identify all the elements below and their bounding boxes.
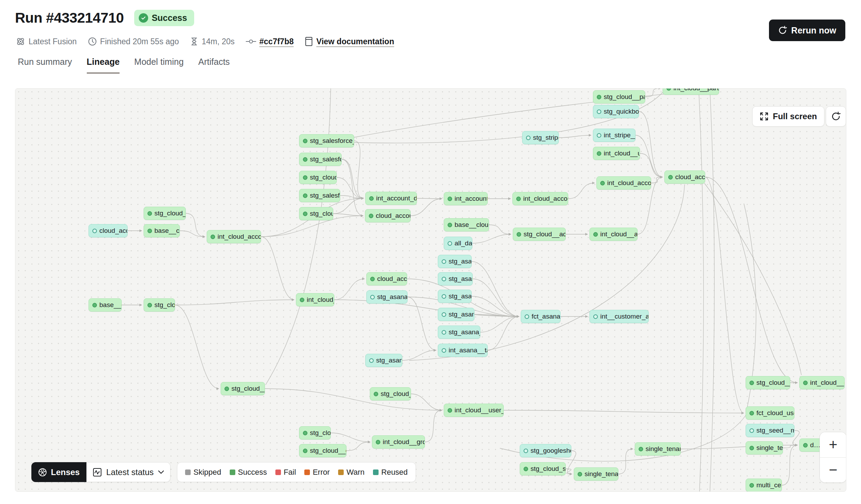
lineage-node-int_asana_task[interactable]: int_asana__task_s… [438,344,488,357]
lineage-node-int_devel[interactable]: int_cloud__devel… [799,376,845,389]
lineage-canvas[interactable]: stg_salesforce__cloud_…stg_salesforce_…s… [15,88,846,492]
lineage-node-int_cl_accoun[interactable]: int_cloud__accoun… [589,228,638,241]
lineage-node-cloud5[interactable]: stg_cloud__… [299,207,333,220]
lineage-node-label: stg_asana__pr… [449,328,480,336]
lineage-node-single_tenant[interactable]: single_tenant_… [746,441,783,455]
rerun-now-button[interactable]: Rerun now [769,20,845,41]
success-status-dot-icon [224,387,229,391]
tab-model-timing[interactable]: Model timing [134,57,184,74]
tab-lineage[interactable]: Lineage [87,57,120,74]
legend-success-label: Success [238,468,267,477]
lineage-node-stg_seed[interactable]: stg_seed__multireg… [746,424,794,437]
lineage-node-label: stg_googlesheets__sin… [531,447,571,455]
lineage-node-label: int_cloud__user_ac… [604,150,640,157]
zoom-in-button[interactable]: + [820,432,846,457]
view-documentation-link[interactable]: View documentation [316,37,394,46]
reused-status-dot-icon [442,330,446,335]
lineage-node-int_cl_acct_ma2[interactable]: int_cloud_account_ma… [596,176,651,190]
lineage-node-label: fct_asana_proj… [532,313,561,320]
lineage-node-label: stg_quickbooks__a… [604,108,639,115]
lineage-node-label: stg_asana__… [449,311,474,318]
zoom-control: + − [820,432,846,483]
tab-run-summary[interactable]: Run summary [18,57,72,74]
lineage-node-base_cloud_acco[interactable]: base__cloud_acco… [444,218,489,231]
lineage-node-stg_cl_accounts[interactable]: stg_cloud__accounts… [513,228,566,241]
lineage-node-label: cloud_account… [377,275,407,283]
lineage-node-all_days[interactable]: all_days [444,237,472,250]
tab-artifacts[interactable]: Artifacts [198,57,230,74]
lineage-node-int_cl_acct_m[interactable]: int_cloud_account__m… [207,230,261,243]
lineage-node-stg_cloud_b[interactable]: stg_cloud_… [299,426,331,440]
lineage-node-stg_gsheets[interactable]: stg_googlesheets__sin… [520,444,571,457]
success-status-dot-icon [666,88,671,91]
latest-status-dropdown[interactable]: Latest status [86,462,170,482]
lineage-node-int_customer[interactable]: int__customer_account… [589,310,649,323]
lineage-node-int_acct_dom[interactable]: int_account_dom… [444,192,488,205]
lineage-node-stg_s3[interactable]: stg_cloud_s3_singl… [520,462,566,475]
lenses-button[interactable]: Lenses [31,462,86,482]
lineage-node-label: all_days [455,239,472,247]
lineage-node-base_cloud[interactable]: base__cloud_… [144,224,180,237]
lineage-node-asana1[interactable]: stg_asana… [438,255,472,268]
success-status-dot-icon [749,446,754,450]
lineage-node-stg_cloud_l[interactable]: stg_cloud_… [144,298,175,312]
lineage-node-stg_devel[interactable]: stg_cloud__devel… [746,376,790,389]
lineage-node-label: stg_seed__multireg… [756,427,794,434]
lineage-node-int_partner[interactable]: int_cloud__partner_con… [663,88,719,95]
lineage-node-cloud_acct_l[interactable]: cloud_account… [89,224,128,237]
lineage-node-asana2[interactable]: stg_asana_… [438,272,473,285]
lineage-node-base_clou[interactable]: base__clou… [89,298,122,312]
lineage-node-label: int_cloud__group_per… [383,438,425,446]
reused-status-dot-icon [442,348,446,353]
lineage-node-stg_asana_tas[interactable]: stg_asana__tas… [366,290,407,304]
check-circle-icon [139,13,148,23]
lineage-node-int_group_per[interactable]: int_cloud__group_per… [372,435,425,449]
commit-icon [246,38,256,45]
lineage-node-st_map[interactable]: single_tenant_map… [574,467,618,481]
canvas-refresh-button[interactable] [826,106,846,127]
lineage-node-cloud_accounts[interactable]: cloud_accounts_… [365,209,411,222]
lineage-node-int_cl_acct_ma1[interactable]: int_cloud_account_ma… [512,192,568,205]
lineage-node-stg_stripe[interactable]: stg_stripe__c… [522,131,559,144]
lineage-node-cloud_acct_r[interactable]: cloud_account… [664,170,705,184]
lineage-node-sf2[interactable]: stg_salesforce_… [299,153,342,166]
lineage-node-asana4[interactable]: stg_asana__… [438,308,474,321]
reused-status-dot-icon [448,241,452,246]
commit-link[interactable]: #cc7f7b8 [259,37,294,46]
lineage-node-cloud_account2[interactable]: cloud_account… [366,272,407,285]
lineage-node-int_user_ac[interactable]: int_cloud__user_ac… [593,147,640,160]
lineage-node-int_stripe[interactable]: int_stripe__custo… [593,129,635,142]
success-status-dot-icon [524,467,528,471]
skipped-swatch [185,469,191,475]
lineage-node-fct_user_acc[interactable]: fct_cloud_user_acc… [746,406,794,420]
lineage-node-int_user_group[interactable]: int_cloud__user_group… [444,404,504,417]
lineage-node-stg_region[interactable]: stg_cloud_region… [144,207,186,220]
success-status-dot-icon [597,95,601,99]
lineage-node-stg_group[interactable]: stg_cloud__group… [299,444,346,457]
lineage-node-int_cloud_us[interactable]: int_cloud__us… [296,293,334,306]
lineage-node-stg_partner[interactable]: stg_cloud__partner_c… [593,90,645,104]
lineage-node-asana3[interactable]: stg_asana… [438,290,472,303]
zoom-out-button[interactable]: − [820,458,846,483]
aperture-icon [38,468,47,477]
lineage-node-fct_asana[interactable]: fct_asana_proj… [521,310,561,323]
lineage-node-sf_cloud[interactable]: stg_salesforce__cloud_… [299,134,354,147]
lineage-node-cloud_us_t[interactable]: stg_cloud__us… [299,171,337,184]
success-status-dot-icon [303,431,307,435]
lineage-node-stg_qb[interactable]: stg_quickbooks__a… [593,105,639,118]
lineage-node-stg_email[interactable]: stg_cloud__email… [221,382,265,395]
lineage-node-st_mapp[interactable]: single_tenant_mapp… [635,442,681,456]
refresh-icon [831,112,841,121]
lineage-node-multi_cell[interactable]: multi_cell_m… [746,479,782,492]
lineage-edges [15,89,846,492]
lineage-node-int_acct_domain[interactable]: int_account_domain… [365,192,417,205]
finished-label: Finished 20m 55s ago [100,37,179,46]
lineage-node-label: int_cloud__accoun… [600,230,638,238]
reused-status-dot-icon [525,314,529,319]
lineage-node-stg_asana_b[interactable]: stg_asana__… [365,354,402,367]
reused-status-dot-icon [92,229,97,233]
lineage-node-sf3[interactable]: stg_salesforce… [299,189,340,202]
lineage-node-asana5[interactable]: stg_asana__pr… [438,326,480,339]
full-screen-button[interactable]: Full screen [752,106,824,127]
lineage-node-stg_cloud_us_b[interactable]: stg_cloud__us… [370,387,411,400]
